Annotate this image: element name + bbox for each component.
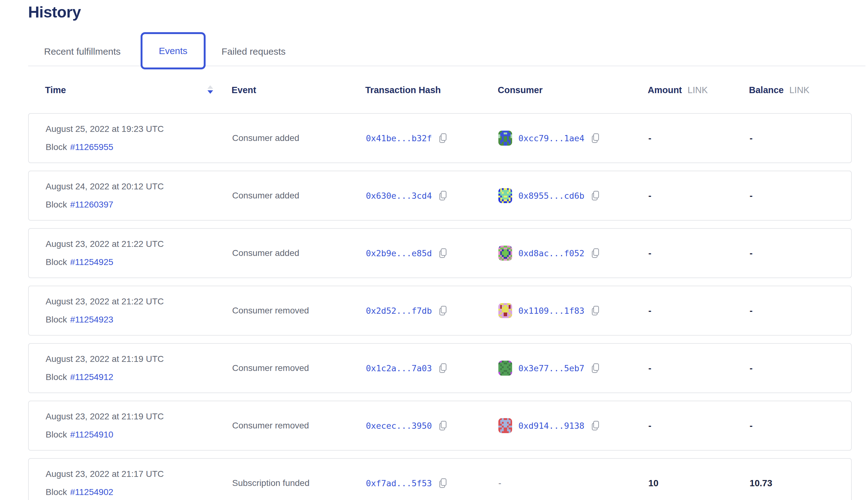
event-cell: Consumer added [232, 171, 299, 220]
consumer-cell: 0xd914...9138 [498, 401, 600, 450]
tab-events[interactable]: Events [141, 32, 206, 69]
balance-cell: 10.73 [750, 459, 773, 500]
amount-cell: - [648, 229, 651, 277]
column-header-transaction-hash: Transaction Hash [365, 85, 441, 95]
column-header-time[interactable]: Time [45, 85, 66, 95]
amount-cell: - [648, 344, 651, 393]
consumer-avatar [498, 130, 512, 146]
amount-cell: - [648, 401, 651, 450]
block-label: Block [46, 372, 67, 382]
transaction-hash-cell: 0x41be...b32f [366, 114, 447, 162]
time-cell: August 23, 2022 at 21:17 UTC Block#11254… [46, 459, 164, 500]
time-cell: August 23, 2022 at 21:22 UTC Block#11254… [46, 286, 164, 345]
table-row: August 23, 2022 at 21:22 UTC Block#11254… [28, 286, 852, 336]
tab-recent-fulfillments[interactable]: Recent fulfillments [44, 46, 121, 57]
consumer-copy-icon[interactable] [591, 305, 600, 316]
consumer-avatar [498, 418, 512, 433]
block-label: Block [46, 257, 67, 267]
tx-hash-link[interactable]: 0xf7ad...5f53 [366, 478, 432, 488]
amount-label: Amount [648, 85, 682, 95]
event-cell: Consumer added [232, 114, 299, 162]
balance-cell: - [750, 401, 753, 450]
table-row: August 23, 2022 at 21:19 UTC Block#11254… [28, 343, 852, 393]
tx-hash-link[interactable]: 0x41be...b32f [366, 134, 432, 143]
table-row: August 23, 2022 at 21:17 UTC Block#11254… [28, 458, 852, 500]
consumer-cell: 0x3e77...5eb7 [498, 344, 600, 393]
consumer-address-link[interactable]: 0x1109...1f83 [518, 306, 584, 316]
consumer-address-link[interactable]: 0x3e77...5eb7 [518, 363, 584, 373]
row-date: August 23, 2022 at 21:17 UTC [46, 469, 164, 479]
consumer-copy-icon[interactable] [591, 190, 600, 201]
consumer-copy-icon[interactable] [591, 133, 600, 144]
column-header-event: Event [231, 85, 256, 95]
block-number-link[interactable]: #11254923 [70, 315, 113, 325]
row-date: August 23, 2022 at 21:22 UTC [46, 297, 164, 307]
tx-copy-icon[interactable] [438, 420, 447, 431]
table-row: August 23, 2022 at 21:19 UTC Block#11254… [28, 401, 852, 451]
tx-hash-link[interactable]: 0x630e...3cd4 [366, 191, 432, 201]
history-page: History Recent fulfillments Events Faile… [0, 0, 868, 500]
balance-cell: - [750, 114, 753, 162]
consumer-copy-icon[interactable] [591, 248, 600, 259]
transaction-hash-cell: 0x1c2a...7a03 [366, 344, 447, 393]
consumer-address-link[interactable]: 0x8955...cd6b [518, 191, 584, 201]
row-date: August 23, 2022 at 21:22 UTC [46, 239, 164, 249]
sort-arrows-icon[interactable] [207, 85, 214, 95]
balance-unit-label: LINK [789, 85, 809, 95]
transaction-hash-cell: 0xf7ad...5f53 [366, 459, 447, 500]
tab-failed-requests[interactable]: Failed requests [221, 46, 286, 57]
consumer-cell: 0xd8ac...f052 [498, 229, 600, 277]
consumer-avatar [498, 188, 512, 203]
balance-cell: - [750, 171, 753, 220]
consumer-copy-icon[interactable] [591, 363, 600, 373]
block-number-link[interactable]: #11260397 [70, 200, 113, 209]
block-number-link[interactable]: #11254902 [70, 487, 113, 497]
tx-copy-icon[interactable] [438, 363, 447, 373]
block-number-link[interactable]: #11265955 [70, 142, 113, 152]
amount-cell: - [648, 114, 651, 162]
tx-copy-icon[interactable] [438, 248, 447, 259]
time-cell: August 25, 2022 at 19:23 UTC Block#11265… [46, 114, 164, 173]
block-number-link[interactable]: #11254910 [70, 430, 113, 439]
transaction-hash-cell: 0xecec...3950 [366, 401, 447, 450]
amount-cell: - [648, 286, 651, 335]
tx-copy-icon[interactable] [438, 478, 447, 488]
balance-cell: - [750, 286, 753, 335]
consumer-avatar [498, 361, 512, 376]
amount-cell: 10 [648, 459, 658, 500]
row-block: Block#11254925 [46, 257, 164, 267]
tx-copy-icon[interactable] [438, 190, 447, 201]
event-cell: Subscription funded [232, 459, 310, 500]
consumer-address-link[interactable]: 0xd914...9138 [518, 421, 584, 431]
column-header-balance: Balance LINK [749, 85, 810, 95]
consumer-cell: 0x1109...1f83 [498, 286, 600, 335]
tx-hash-link[interactable]: 0x2b9e...e85d [366, 248, 432, 258]
table-row: August 25, 2022 at 19:23 UTC Block#11265… [28, 113, 852, 163]
tx-copy-icon[interactable] [438, 305, 447, 316]
consumer-copy-icon[interactable] [591, 420, 600, 431]
consumer-cell: 0xcc79...1ae4 [498, 114, 600, 162]
page-title: History [28, 3, 81, 21]
consumer-address-link[interactable]: 0xcc79...1ae4 [518, 134, 584, 143]
block-label: Block [46, 430, 67, 439]
block-number-link[interactable]: #11254912 [70, 372, 113, 382]
tx-copy-icon[interactable] [438, 133, 447, 144]
row-date: August 23, 2022 at 21:19 UTC [46, 411, 164, 422]
row-date: August 23, 2022 at 21:19 UTC [46, 354, 164, 364]
tx-hash-link[interactable]: 0x1c2a...7a03 [366, 363, 432, 373]
event-cell: Consumer added [232, 229, 299, 277]
consumer-cell: 0x8955...cd6b [498, 171, 600, 220]
tx-hash-link[interactable]: 0x2d52...f7db [366, 306, 432, 316]
consumer-empty-dash: - [498, 478, 501, 488]
tab-events-label: Events [159, 46, 187, 56]
consumer-address-link[interactable]: 0xd8ac...f052 [518, 248, 584, 258]
tx-hash-link[interactable]: 0xecec...3950 [366, 421, 432, 431]
consumer-avatar [498, 303, 512, 318]
event-cell: Consumer removed [232, 401, 309, 450]
consumer-avatar [498, 246, 512, 261]
balance-label: Balance [749, 85, 784, 95]
block-number-link[interactable]: #11254925 [70, 257, 113, 267]
event-cell: Consumer removed [232, 344, 309, 393]
transaction-hash-cell: 0x2d52...f7db [366, 286, 447, 335]
row-block: Block#11260397 [46, 200, 164, 210]
